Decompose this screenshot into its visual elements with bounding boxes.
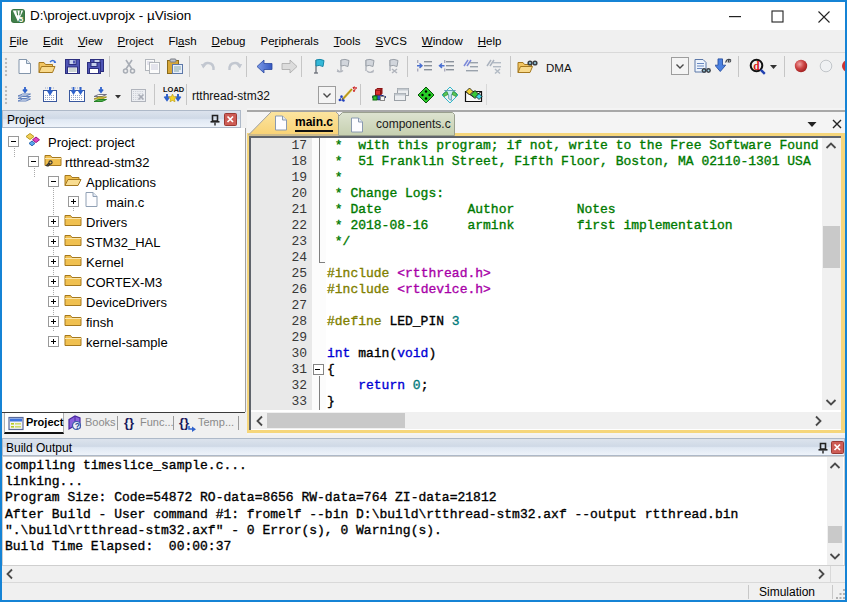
svg-text:5: 5 [19,15,23,23]
svg-text:LOAD: LOAD [163,85,185,94]
svg-text:?: ? [75,421,80,431]
svg-text:d: d [753,60,760,72]
